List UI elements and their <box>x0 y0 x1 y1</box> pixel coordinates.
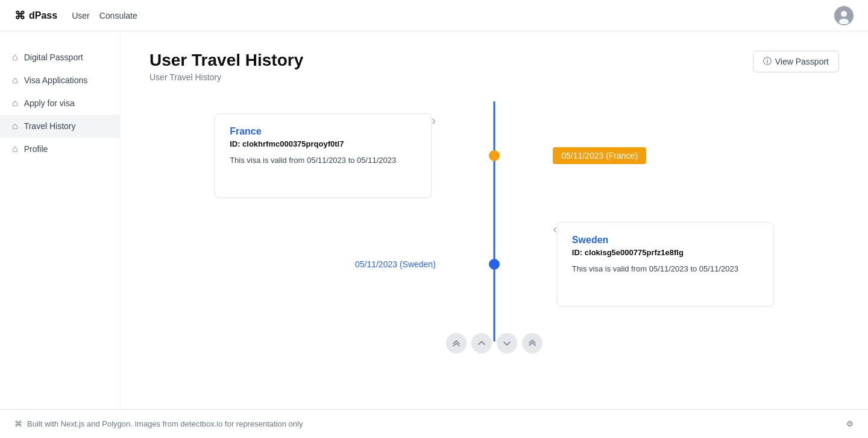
view-passport-label: View Passport <box>775 57 829 66</box>
timeline: France ID: clokhrfmc000375prqoyf0tl7 Thi… <box>149 101 839 378</box>
page-header: User Travel History User Travel History … <box>149 51 839 82</box>
nav-links: User Consulate <box>72 11 137 21</box>
timeline-left-france: France ID: clokhrfmc000375prqoyf0tl7 Thi… <box>149 113 460 198</box>
chevron-double-down-icon <box>528 339 536 348</box>
footer: ⌘ Built with Next.js and Polygon. Images… <box>0 409 868 438</box>
visa-valid-sweden: This visa is valid from 05/11/2023 to 05… <box>572 264 759 273</box>
visa-valid-france: This visa is valid from 05/11/2023 to 05… <box>230 156 417 165</box>
sidebar-item-profile[interactable]: ⌂ Profile <box>0 138 120 160</box>
timeline-right-sweden: ‹ Sweden ID: clokisg5e000775prfz1e8flg T… <box>529 222 839 306</box>
home-icon-profile: ⌂ <box>12 144 18 154</box>
timeline-row-sweden: 05/11/2023 (Sweden) ‹ Sweden ID: clokisg… <box>149 210 839 319</box>
sidebar: ⌂ Digital Passport ⌂ Visa Applications ⌂… <box>0 31 121 409</box>
sidebar-item-travel-history[interactable]: ⌂ Travel History <box>0 115 120 138</box>
timeline-dot-france <box>489 150 500 161</box>
app-name: dPass <box>29 10 57 21</box>
logo-icon: ⌘ <box>14 9 25 22</box>
visa-id-france: ID: clokhrfmc000375prqoyf0tl7 <box>230 139 417 148</box>
page-title: User Travel History <box>149 51 303 70</box>
view-passport-button[interactable]: ⓘ View Passport <box>753 51 839 72</box>
nav-next-button[interactable] <box>497 333 517 354</box>
sidebar-label-visa-applications: Visa Applications <box>24 75 88 85</box>
top-navigation: ⌘ dPass User Consulate <box>0 0 868 31</box>
sidebar-label-travel-history: Travel History <box>24 121 76 131</box>
main-content: User Travel History User Travel History … <box>121 31 868 409</box>
timeline-left-sweden: 05/11/2023 (Sweden) <box>149 259 460 269</box>
date-label-sweden: 05/11/2023 (Sweden) <box>355 259 436 269</box>
arrow-right-france: › <box>432 113 436 198</box>
chevron-double-up-icon <box>452 339 461 348</box>
travel-card-sweden: Sweden ID: clokisg5e000775prfz1e8flg Thi… <box>557 222 774 306</box>
travel-card-france: France ID: clokhrfmc000375prqoyf0tl7 Thi… <box>215 113 432 198</box>
nav-user[interactable]: User <box>72 11 90 21</box>
footer-left: ⌘ Built with Next.js and Polygon. Images… <box>14 419 303 428</box>
settings-icon[interactable]: ⚙ <box>846 419 854 428</box>
footer-text: Built with Next.js and Polygon. Images f… <box>27 419 303 428</box>
breadcrumb: User Travel History <box>149 72 303 82</box>
chevron-down-icon <box>503 339 511 348</box>
timeline-row-france: France ID: clokhrfmc000375prqoyf0tl7 Thi… <box>149 101 839 210</box>
info-icon: ⓘ <box>763 56 772 67</box>
sidebar-item-apply-for-visa[interactable]: ⌂ Apply for visa <box>0 92 120 115</box>
home-icon: ⌂ <box>12 52 18 63</box>
date-label-france: 05/11/2023 (France) <box>553 147 646 164</box>
sidebar-label-profile: Profile <box>24 144 48 154</box>
arrow-left-sweden: ‹ <box>553 222 557 306</box>
nav-first-button[interactable] <box>446 333 467 354</box>
sidebar-label-digital-passport: Digital Passport <box>24 52 83 62</box>
timeline-items: France ID: clokhrfmc000375prqoyf0tl7 Thi… <box>149 101 839 319</box>
nav-prev-button[interactable] <box>471 333 492 354</box>
page-header-left: User Travel History User Travel History <box>149 51 303 82</box>
timeline-center-france <box>460 150 529 161</box>
nav-consulate[interactable]: Consulate <box>99 11 137 21</box>
chevron-up-icon <box>477 339 486 348</box>
sidebar-item-visa-applications[interactable]: ⌂ Visa Applications <box>0 69 120 92</box>
timeline-right-france: 05/11/2023 (France) <box>529 147 839 164</box>
country-name-sweden: Sweden <box>572 235 759 246</box>
timeline-center-sweden <box>460 259 529 270</box>
footer-logo-icon: ⌘ <box>14 419 22 428</box>
home-icon-visa: ⌂ <box>12 75 18 86</box>
timeline-dot-sweden <box>489 259 500 270</box>
home-icon-apply: ⌂ <box>12 98 18 109</box>
app-logo[interactable]: ⌘ dPass <box>14 9 57 22</box>
user-avatar[interactable] <box>834 6 854 25</box>
nav-last-button[interactable] <box>522 333 542 354</box>
visa-id-sweden: ID: clokisg5e000775prfz1e8flg <box>572 248 759 257</box>
svg-point-1 <box>841 11 847 17</box>
home-icon-travel: ⌂ <box>12 121 18 132</box>
country-name-france: France <box>230 126 417 137</box>
sidebar-label-apply-for-visa: Apply for visa <box>24 98 75 108</box>
sidebar-item-digital-passport[interactable]: ⌂ Digital Passport <box>0 46 120 69</box>
